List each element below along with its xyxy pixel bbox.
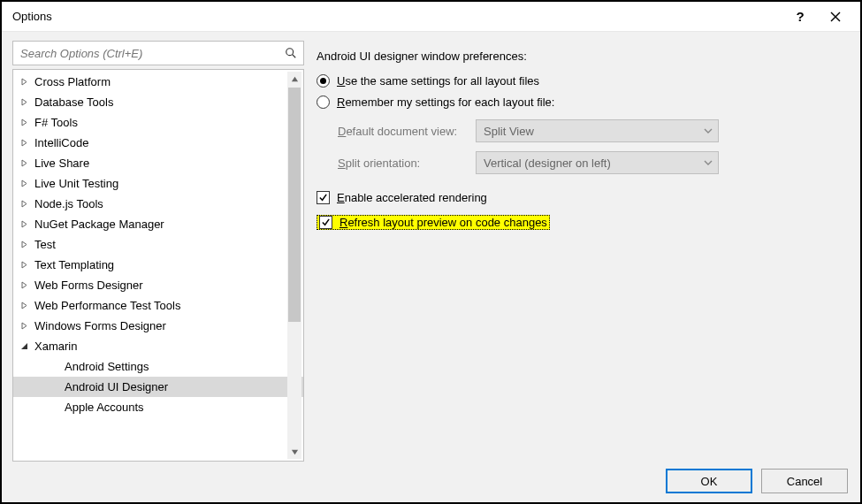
scroll-down-icon[interactable] bbox=[287, 445, 301, 459]
chevron-down-icon bbox=[704, 125, 713, 138]
tree-item-label: Windows Forms Designer bbox=[34, 319, 166, 332]
form-label: Default document view: bbox=[317, 125, 476, 138]
expander-closed-icon[interactable] bbox=[19, 260, 29, 271]
tree-item[interactable]: NuGet Package Manager bbox=[13, 214, 303, 234]
cancel-button[interactable]: Cancel bbox=[761, 469, 848, 493]
expander-closed-icon[interactable] bbox=[19, 77, 29, 88]
radio-remember-settings[interactable]: Remember my settings for each layout fil… bbox=[317, 91, 846, 112]
svg-marker-4 bbox=[22, 79, 27, 85]
tree-item-label: Apple Accounts bbox=[65, 401, 144, 414]
tree-scrollbar[interactable] bbox=[287, 72, 301, 459]
tree-item-label: F# Tools bbox=[34, 116, 78, 129]
radio-same-settings[interactable]: Use the same settings for all layout fil… bbox=[317, 70, 846, 91]
svg-marker-16 bbox=[22, 323, 27, 329]
tree-item[interactable]: Text Templating bbox=[13, 255, 303, 275]
expander-closed-icon[interactable] bbox=[19, 138, 29, 149]
svg-marker-19 bbox=[291, 449, 297, 454]
search-box[interactable] bbox=[12, 41, 304, 65]
tree-item[interactable]: Live Unit Testing bbox=[13, 173, 303, 194]
radio-label: Remember my settings for each layout fil… bbox=[337, 95, 554, 109]
expander-closed-icon[interactable] bbox=[19, 97, 29, 108]
svg-marker-13 bbox=[22, 262, 27, 268]
scroll-thumb[interactable] bbox=[288, 88, 301, 322]
expander-closed-icon[interactable] bbox=[19, 280, 29, 291]
expander-closed-icon[interactable] bbox=[19, 240, 29, 250]
tree-item[interactable]: F# Tools bbox=[13, 112, 303, 133]
tree-item-label: Cross Platform bbox=[34, 75, 111, 88]
combo-split-orientation[interactable]: Vertical (designer on left) bbox=[476, 151, 719, 174]
expander-closed-icon[interactable] bbox=[19, 118, 29, 128]
tree-item[interactable]: Android UI Designer bbox=[13, 377, 303, 397]
tree-item[interactable]: Apple Accounts bbox=[13, 397, 303, 417]
svg-marker-14 bbox=[22, 282, 27, 288]
tree-item[interactable]: Web Forms Designer bbox=[13, 275, 303, 295]
chevron-down-icon bbox=[704, 157, 713, 170]
tree-item[interactable]: Live Share bbox=[13, 153, 303, 173]
checkbox-label: Enable accelerated rendering bbox=[337, 191, 487, 204]
svg-marker-6 bbox=[22, 119, 27, 126]
close-icon bbox=[830, 11, 841, 22]
options-tree-container: Cross PlatformDatabase ToolsF# ToolsInte… bbox=[12, 69, 304, 462]
combo-value: Split View bbox=[484, 125, 534, 138]
row-default-document-view: Default document view: Split View bbox=[317, 118, 846, 144]
settings-panel: Android UI designer window preferences: … bbox=[317, 41, 850, 462]
checkbox-icon bbox=[317, 191, 330, 204]
radio-icon bbox=[317, 95, 330, 109]
expander-closed-icon[interactable] bbox=[19, 301, 29, 311]
left-column: Cross PlatformDatabase ToolsF# ToolsInte… bbox=[12, 41, 304, 462]
expander-closed-icon[interactable] bbox=[19, 179, 29, 189]
ok-button[interactable]: OK bbox=[666, 469, 752, 493]
dialog-client: Cross PlatformDatabase ToolsF# ToolsInte… bbox=[2, 32, 860, 502]
tree-item[interactable]: Android Settings bbox=[13, 356, 303, 377]
svg-point-2 bbox=[286, 49, 294, 56]
panel-heading: Android UI designer window preferences: bbox=[317, 50, 846, 63]
svg-marker-5 bbox=[22, 99, 27, 105]
svg-marker-18 bbox=[291, 76, 297, 80]
tree-item[interactable]: Windows Forms Designer bbox=[13, 316, 303, 336]
checkbox-icon bbox=[319, 216, 332, 229]
tree-item[interactable]: Web Performance Test Tools bbox=[13, 295, 303, 316]
expander-closed-icon[interactable] bbox=[19, 199, 29, 210]
combo-default-document-view[interactable]: Split View bbox=[476, 119, 719, 142]
titlebar: Options ? bbox=[2, 2, 860, 32]
tree-item-label: Text Templating bbox=[34, 258, 114, 271]
expander-open-icon[interactable] bbox=[19, 341, 29, 352]
expander-closed-icon[interactable] bbox=[19, 158, 29, 169]
form-label: Split orientation: bbox=[317, 157, 476, 170]
tree-item-label: Android Settings bbox=[65, 360, 149, 373]
tree-item-label: Test bbox=[34, 238, 56, 251]
tree-item-label: IntelliCode bbox=[34, 136, 88, 149]
row-split-orientation: Split orientation: Vertical (designer on… bbox=[317, 149, 846, 176]
svg-marker-15 bbox=[22, 302, 27, 309]
expander-closed-icon[interactable] bbox=[19, 219, 29, 230]
tree-item[interactable]: IntelliCode bbox=[13, 133, 303, 153]
check-refresh-preview[interactable]: Refresh layout preview on code changes bbox=[317, 211, 846, 233]
svg-marker-12 bbox=[22, 241, 27, 248]
expander-closed-icon[interactable] bbox=[19, 321, 29, 332]
scroll-up-icon[interactable] bbox=[287, 72, 301, 86]
check-accelerated-rendering[interactable]: Enable accelerated rendering bbox=[317, 187, 846, 208]
window-title: Options bbox=[12, 10, 52, 23]
close-button[interactable] bbox=[818, 4, 853, 30]
radio-label: Use the same settings for all layout fil… bbox=[337, 74, 539, 88]
search-icon bbox=[278, 47, 303, 59]
tree-item[interactable]: Node.js Tools bbox=[13, 194, 303, 214]
options-tree[interactable]: Cross PlatformDatabase ToolsF# ToolsInte… bbox=[13, 70, 303, 461]
tree-item[interactable]: Test bbox=[13, 234, 303, 255]
tree-item[interactable]: Xamarin bbox=[13, 336, 303, 356]
tree-item[interactable]: Database Tools bbox=[13, 92, 303, 112]
search-input[interactable] bbox=[13, 47, 278, 60]
tree-item-label: Web Forms Designer bbox=[34, 279, 143, 292]
tree-item-label: Live Share bbox=[34, 157, 89, 170]
radio-icon bbox=[317, 74, 330, 88]
svg-marker-10 bbox=[22, 201, 27, 207]
tree-item[interactable]: Cross Platform bbox=[13, 72, 303, 92]
help-button[interactable]: ? bbox=[782, 4, 818, 30]
content-row: Cross PlatformDatabase ToolsF# ToolsInte… bbox=[12, 41, 850, 462]
tree-item-label: NuGet Package Manager bbox=[34, 218, 164, 231]
svg-marker-8 bbox=[22, 160, 27, 166]
svg-marker-7 bbox=[22, 140, 27, 146]
svg-marker-11 bbox=[22, 221, 27, 227]
tree-item-label: Node.js Tools bbox=[34, 197, 103, 210]
tree-item-label: Live Unit Testing bbox=[34, 177, 118, 190]
